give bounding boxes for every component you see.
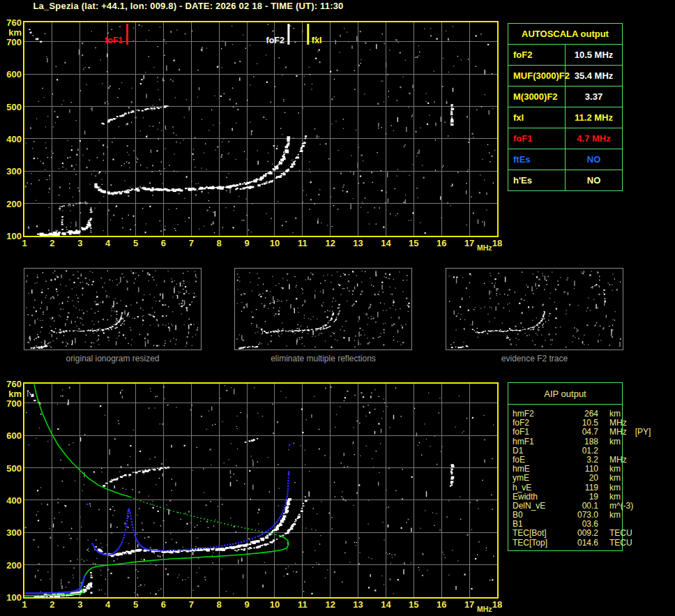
- aip-row-label: foE: [508, 456, 565, 465]
- thumbnail-noise-layer: [26, 270, 198, 347]
- x-tick-label: 11: [289, 239, 317, 248]
- autoscala-row: fxI11.2 MHz: [508, 107, 623, 128]
- top-ionogram-canvas: foF1foF2fxI: [24, 22, 497, 236]
- y-tick-label: 400: [0, 135, 22, 144]
- echo-trace-layer: [27, 391, 455, 597]
- aip-row-note: [PY]: [627, 428, 651, 437]
- x-tick-label: 5: [122, 239, 150, 248]
- fxi-marker-label: fxI: [312, 36, 322, 45]
- aip-row-value: 01.2: [565, 446, 598, 456]
- aip-row-unit: km: [598, 410, 621, 419]
- thumbnail-noise-layer: [236, 271, 409, 348]
- aip-row: B0073.0km: [508, 511, 622, 520]
- aip-row-value: 264: [565, 410, 598, 419]
- autoscala-row-label: foF2: [508, 45, 566, 66]
- aip-row: D101.2: [508, 446, 622, 456]
- autoscala-row: foF14.7 MHz: [508, 128, 623, 149]
- thumbnail-caption: original ionogram resized: [24, 354, 202, 363]
- aip-row-unit: TECU: [598, 539, 632, 548]
- aip-row-value: 20: [565, 474, 598, 483]
- thumbnail-noise-layer: [449, 271, 622, 347]
- thumbnail-trace-layer: [238, 300, 394, 350]
- x-tick-label: 6: [149, 600, 177, 609]
- x-axis-unit: MHz: [477, 243, 492, 252]
- x-tick-label: 7: [177, 239, 205, 248]
- aip-row: h_vE119km: [508, 483, 622, 493]
- top-ionogram-plot: foF1foF2fxI: [23, 21, 499, 237]
- bottom-ionogram-plot: [23, 382, 499, 599]
- aip-row-value: 04.7: [565, 428, 598, 437]
- aip-row-unit: km: [598, 511, 621, 520]
- y-tick-label: 300: [0, 167, 22, 176]
- aip-row-value: 00.1: [565, 502, 598, 511]
- aip-row: DelN_vE00.1m^(-3): [508, 502, 622, 511]
- aip-row: Ewidth19km: [508, 493, 622, 502]
- x-tick-label: 3: [66, 600, 94, 609]
- autoscala-row-label: ftEs: [508, 149, 566, 170]
- aip-row-label: foF1: [508, 428, 565, 437]
- aip-row-unit: MHz: [598, 428, 627, 437]
- profile-layer: [24, 384, 289, 596]
- aip-row-label: hmF2: [508, 410, 565, 419]
- thumbnail-original-ionogram: [24, 268, 202, 350]
- y-tick-label: 300: [0, 528, 22, 537]
- frequency-marker-layer: foF1foF2fxI: [105, 24, 321, 45]
- noise-layer: [25, 24, 495, 234]
- x-tick-label: 9: [233, 239, 261, 248]
- aip-row-value: 009.2: [565, 529, 598, 538]
- aip-row-label: h_vE: [508, 483, 565, 493]
- x-tick-label: 14: [372, 239, 400, 248]
- x-tick-label: 15: [400, 239, 427, 248]
- x-tick-label: 5: [122, 600, 150, 609]
- fxi-marker-line: [307, 24, 309, 45]
- aip-row-unit: MHz: [598, 419, 627, 428]
- thumbnail-caption: evidence F2 trace: [446, 354, 623, 363]
- autoscala-table-title: AUTOSCALA output: [508, 24, 623, 45]
- x-tick-label: 1: [10, 239, 38, 248]
- autoscala-row: h'EsNO: [508, 170, 623, 191]
- aip-row: hmF1188km: [508, 437, 622, 446]
- autoscala-row-value: 35.4 MHz: [566, 66, 623, 87]
- x-tick-label: 2: [38, 239, 66, 248]
- x-tick-label: 16: [427, 600, 455, 609]
- x-tick-label: 1: [10, 600, 38, 609]
- y-tick-label: 700: [0, 399, 22, 408]
- aip-row-label: hmF1: [508, 437, 565, 446]
- x-axis-unit: MHz: [477, 605, 492, 613]
- aip-row-label: B1: [508, 520, 565, 529]
- y-tick-label: 600: [0, 431, 22, 440]
- aip-output-table: AIP output hmF2264kmfoF210.5MHzfoF104.7M…: [508, 382, 623, 551]
- aip-row-value: 110: [565, 465, 598, 474]
- aip-row-unit: TECU: [598, 529, 632, 538]
- aip-row-value: 19: [565, 493, 598, 502]
- aip-row-label: foF2: [508, 419, 565, 428]
- thumbnail-eliminate-reflections: [234, 268, 412, 350]
- aip-row-label: D1: [508, 446, 565, 456]
- fof2-marker-label: foF2: [266, 36, 284, 45]
- y-tick-label: 200: [0, 561, 22, 570]
- y-axis-unit: km: [0, 28, 22, 37]
- aip-row-unit: km: [598, 437, 621, 446]
- aip-row-label: hmE: [508, 465, 565, 474]
- thumbnail-evidence-canvas: [446, 269, 623, 350]
- aip-row: ymE20km: [508, 474, 622, 483]
- noise-layer: [25, 385, 494, 596]
- x-tick-label: 8: [205, 600, 233, 609]
- autoscala-row-value: 10.5 MHz: [566, 45, 623, 66]
- x-tick-label: 4: [94, 239, 122, 248]
- grid-lines: [24, 22, 497, 236]
- autoscala-row-value: 11.2 MHz: [566, 107, 623, 128]
- thumbnail-evidence-f2: [446, 268, 623, 350]
- x-tick-label: 10: [261, 239, 289, 248]
- x-tick-label: 4: [94, 600, 122, 609]
- thumbnail-eliminate-canvas: [235, 269, 411, 350]
- echo-trace-layer: [29, 29, 454, 236]
- autoscala-row-label: MUF(3000)F2: [508, 66, 566, 87]
- y-tick-label: 500: [0, 464, 22, 473]
- autoscala-row-label: fxI: [508, 107, 566, 128]
- x-tick-label: 2: [38, 600, 66, 609]
- x-tick-label: 3: [66, 239, 94, 248]
- autoscala-row-label: foF1: [508, 128, 566, 149]
- aip-row-label: TEC[Bot]: [508, 529, 565, 538]
- x-tick-label: 13: [344, 239, 372, 248]
